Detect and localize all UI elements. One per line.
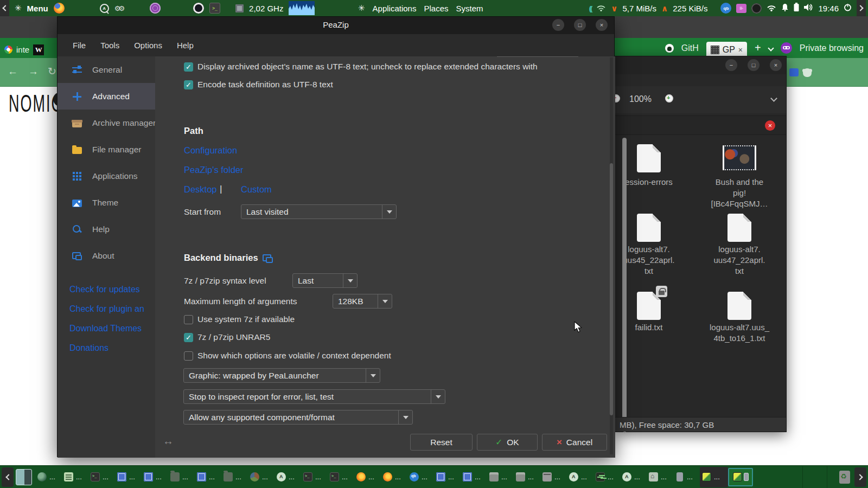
checkbox-row[interactable]: 7z / p7zip UNRAR5 <box>184 332 270 342</box>
dropdown-arrow-icon[interactable] <box>378 294 392 308</box>
file-icon[interactable] <box>637 144 661 172</box>
taskbar-window-button[interactable]: ... <box>142 467 168 487</box>
close-button[interactable]: × <box>596 19 608 31</box>
dark-o-app-icon[interactable] <box>193 3 204 14</box>
taskbar-window-button[interactable]: ... <box>275 467 301 487</box>
wifi-status-icon[interactable] <box>767 4 776 13</box>
file-manager-scrollbar[interactable] <box>622 138 627 425</box>
desktop-link[interactable]: Desktop <box>184 184 217 195</box>
menu-options[interactable]: Options <box>134 41 162 50</box>
taskbar-window-button[interactable]: ... <box>620 467 647 487</box>
taskbar-window-button[interactable]: ... <box>248 467 275 487</box>
start-from-dropdown[interactable]: Last visited <box>241 204 397 219</box>
taskbar-scroll-right-button[interactable] <box>854 467 866 487</box>
allow-component-dropdown[interactable]: Allow any supported component/format <box>183 410 413 425</box>
checkbox-row[interactable]: Show which options are volatile / contex… <box>184 351 391 361</box>
tab-list-chevron-icon[interactable] <box>768 45 774 51</box>
file-manager-filterbar[interactable]: × <box>615 115 786 135</box>
checkbox[interactable] <box>184 315 193 324</box>
taskbar-window-button[interactable]: ... <box>354 467 381 487</box>
chevron-down-icon[interactable] <box>770 95 777 102</box>
sidebar-item[interactable]: Advanced <box>58 83 155 110</box>
extension-badge-icon[interactable] <box>789 68 799 76</box>
sidebar-item[interactable]: Help <box>58 216 155 242</box>
clear-filter-icon[interactable]: × <box>765 120 775 131</box>
clock[interactable]: 19:46 <box>818 4 839 13</box>
configuration-link[interactable]: Configuration <box>184 145 237 156</box>
extension-paw-icon[interactable] <box>803 68 812 77</box>
maximize-button[interactable]: □ <box>574 19 586 31</box>
file-name[interactable]: ession-errors <box>615 177 693 188</box>
file-icon[interactable] <box>637 292 661 320</box>
taskbar-window-button[interactable]: ... <box>62 467 88 487</box>
applications-menu[interactable]: Applications <box>373 4 417 13</box>
firefox-launcher-icon[interactable] <box>54 3 65 14</box>
notifications-bell-icon[interactable] <box>781 3 789 13</box>
system-menu[interactable]: System <box>456 4 483 13</box>
tab-github-label[interactable]: GitH <box>681 43 699 53</box>
sidebar-link[interactable]: Check for plugin an <box>58 299 155 319</box>
close-button[interactable]: × <box>770 59 782 71</box>
peazip-titlebar[interactable]: PeaZip − □ × <box>58 17 614 34</box>
taskbar-window-button[interactable]: ... <box>540 467 567 487</box>
forward-icon[interactable]: → <box>28 66 39 78</box>
panel-collapse-right-button[interactable] <box>857 0 866 16</box>
checkbox[interactable] <box>184 80 193 89</box>
menu-button[interactable]: Menu <box>27 4 48 13</box>
taskbar-window-button[interactable]: ... <box>115 467 142 487</box>
sidebar-item[interactable]: Archive manager <box>58 110 155 136</box>
custom-link[interactable]: Custom <box>241 184 272 195</box>
file-name[interactable]: loguus-alt7. uus47_22aprl. txt <box>695 244 784 277</box>
dropdown-arrow-icon[interactable] <box>398 410 412 424</box>
checkbox[interactable] <box>184 333 193 342</box>
volume-speaker-icon[interactable] <box>804 3 813 13</box>
w-favicon-icon[interactable]: W <box>33 44 44 55</box>
menu-tools[interactable]: Tools <box>100 41 119 50</box>
sidebar-item[interactable]: File manager <box>58 136 155 163</box>
taskbar-window-button[interactable]: ... <box>673 467 700 487</box>
taskbar-window-button[interactable]: ... <box>593 467 620 487</box>
sidebar-item[interactable]: Theme <box>58 189 155 216</box>
checkbox[interactable] <box>184 62 193 72</box>
menu-file[interactable]: File <box>73 41 86 50</box>
dropdown-arrow-icon[interactable] <box>431 390 445 403</box>
file-icon[interactable] <box>727 292 751 320</box>
resize-handle-icon[interactable]: ↔ <box>163 435 174 447</box>
settings-gears-icon[interactable]: ⚙⚙ <box>114 4 123 12</box>
file-thumbnail[interactable] <box>723 145 756 170</box>
sidebar-item[interactable]: General <box>58 56 155 83</box>
taskbar-window-button[interactable]: ... <box>487 467 514 487</box>
terminal-launcher-icon[interactable]: >_ <box>209 3 220 14</box>
file-name[interactable]: loguus-alt7.uus_ 4tb_to16_1.txt <box>695 322 784 344</box>
minimize-button[interactable]: − <box>725 59 737 71</box>
show-desktop-button[interactable] <box>16 469 32 485</box>
taskbar-window-button[interactable]: ... <box>221 467 248 487</box>
reload-icon[interactable]: ↻ <box>48 65 56 78</box>
sidebar-link[interactable]: Download Themes <box>58 319 155 338</box>
taskbar-window-button[interactable]: ... <box>567 467 593 487</box>
taskbar-window-button[interactable]: ... <box>328 467 354 487</box>
app-tray-icon[interactable] <box>751 3 762 14</box>
media-tray-icon[interactable]: ⊪ <box>736 4 746 13</box>
taskbar-window-button[interactable]: ... <box>381 467 407 487</box>
file-name[interactable]: Bush and the pig! [IBc4FqqSMJ… <box>695 177 784 209</box>
tor-icon[interactable] <box>150 3 161 14</box>
recycle-bin-icon[interactable] <box>839 471 850 484</box>
sidebar-link[interactable]: Check for updates <box>58 280 155 299</box>
battery-icon[interactable] <box>794 3 799 14</box>
taskbar-window-button[interactable]: ... <box>514 467 540 487</box>
maxlen-dropdown[interactable]: 128KB <box>333 294 392 309</box>
qbittorrent-tray-icon[interactable]: qb <box>720 3 731 14</box>
dropdown-arrow-icon[interactable] <box>366 369 380 382</box>
menu-help[interactable]: Help <box>177 41 194 50</box>
taskbar-window-button[interactable]: ... <box>35 467 62 487</box>
peazip-folder-link[interactable]: PeaZip's folder <box>184 165 244 175</box>
taskbar-window-button[interactable]: ... <box>195 467 221 487</box>
sidebar-item[interactable]: Applications <box>58 163 155 189</box>
taskbar-window-button[interactable]: ... <box>461 467 487 487</box>
checkbox-row[interactable]: Encode task definition as UTF-8 text <box>184 80 333 89</box>
maximize-button[interactable]: □ <box>748 59 760 71</box>
file-icon[interactable] <box>637 214 661 242</box>
taskbar-window-button[interactable]: ... <box>647 467 673 487</box>
minimize-button[interactable]: − <box>552 19 564 31</box>
